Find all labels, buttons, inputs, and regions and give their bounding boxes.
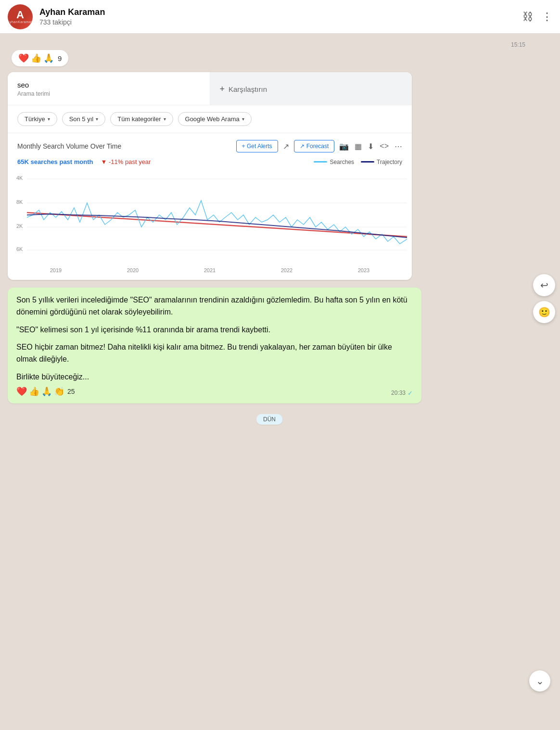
more-options-icon[interactable]: ⋮ — [542, 11, 552, 23]
trends-card: seo Arama terimi + Karşılaştırın Türkiye… — [8, 72, 412, 280]
emoji-float-icon: 🙂 — [538, 306, 550, 318]
legend-searches: Searches — [314, 159, 354, 165]
filter-period[interactable]: Son 5 yıl ▾ — [62, 112, 106, 126]
message-reactions[interactable]: ❤️ 👍 🙏 👏 25 — [16, 386, 75, 397]
trend-stat: ▼ -11% past year — [101, 158, 151, 165]
svg-text:2K: 2K — [16, 223, 23, 229]
chevron-down-icon-scroll: ⌄ — [536, 675, 544, 687]
day-divider: DÜN — [8, 414, 531, 425]
trajectory-legend-line — [361, 161, 374, 163]
svg-text:4K: 4K — [16, 175, 23, 181]
filter-search-type[interactable]: Google Web Arama ▾ — [178, 112, 252, 126]
chevron-down-icon-3: ▾ — [164, 116, 166, 122]
message-paragraph-3: SEO hiçbir zaman bitmez! Daha nitelikli … — [16, 341, 413, 365]
filter-country-label: Türkiye — [25, 115, 45, 123]
emoji-float-button[interactable]: 🙂 — [533, 301, 555, 323]
legend-trajectory: Trajectory — [361, 159, 402, 165]
read-checkmark: ✓ — [407, 390, 413, 397]
forecast-arrow-icon: ↗ — [300, 143, 305, 150]
day-label: DÜN — [256, 414, 282, 425]
chart-title: Monthly Search Volume Over Time — [17, 142, 231, 150]
chat-wrapper: 15:15 ❤️ 👍 🙏 9 seo Arama terimi + K — [0, 34, 560, 437]
avatar-sub: AyhanKaraman — [8, 20, 33, 24]
filter-category[interactable]: Tüm kategoriler ▾ — [110, 112, 173, 126]
filter-period-label: Son 5 yıl — [69, 115, 94, 123]
year-2020: 2020 — [127, 267, 139, 273]
scroll-down-button[interactable]: ⌄ — [529, 670, 550, 692]
camera-icon[interactable]: 📷 — [339, 142, 349, 151]
chart-stats: 65K searches past month ▼ -11% past year… — [8, 156, 412, 169]
header-icons: ⛓ ⋮ — [522, 11, 552, 23]
top-timestamp-row: 15:15 — [8, 41, 531, 48]
svg-text:8K: 8K — [16, 199, 23, 205]
get-alerts-label: + Get Alerts — [242, 143, 272, 150]
message-timestamp: 20:33 — [391, 390, 406, 396]
chart-legend: Searches Trajectory — [314, 159, 402, 165]
top-reaction-emoji-3: 🙏 — [43, 53, 54, 63]
top-reaction-emoji-1: ❤️ — [18, 53, 29, 63]
link-icon[interactable]: ⛓ — [522, 11, 533, 23]
top-reaction-bar[interactable]: ❤️ 👍 🙏 9 — [12, 50, 68, 66]
float-action-buttons: ↩ 🙂 — [533, 274, 555, 323]
chart-header: Monthly Search Volume Over Time + Get Al… — [8, 133, 412, 156]
svg-line-8 — [27, 213, 407, 237]
year-2021: 2021 — [204, 267, 216, 273]
filter-search-type-label: Google Web Arama — [185, 115, 240, 123]
avatar[interactable]: A AyhanKaraman — [8, 4, 33, 29]
trends-search-right[interactable]: + Karşılaştırın — [210, 72, 412, 105]
filter-country[interactable]: Türkiye ▾ — [17, 112, 57, 126]
search-term-label: Arama terimi — [17, 90, 200, 97]
chevron-down-icon-2: ▾ — [96, 116, 98, 122]
message-paragraph-4: Birlikte büyüteceğiz... — [16, 371, 413, 383]
message-time: 20:33 ✓ — [391, 390, 413, 397]
chart-svg: 4K 8K 2K 6K — [13, 169, 407, 265]
top-reaction-count: 9 — [58, 54, 62, 63]
code-icon[interactable]: <> — [380, 142, 389, 151]
message-footer: ❤️ 👍 🙏 👏 25 20:33 ✓ — [16, 386, 413, 397]
chevron-down-icon: ▾ — [48, 116, 50, 122]
reaction-emoji-2: 👍 — [29, 386, 39, 397]
share-float-icon: ↩ — [540, 279, 548, 291]
top-reaction-emoji-2: 👍 — [31, 53, 41, 63]
reaction-emoji-4: 👏 — [54, 386, 64, 397]
searches-legend-label: Searches — [330, 159, 354, 165]
table-icon[interactable]: ▦ — [355, 142, 362, 151]
text-message: Son 5 yıllık verileri incelediğimde "SEO… — [8, 288, 421, 403]
chart-container: 4K 8K 2K 6K — [8, 169, 412, 265]
message-paragraph-2: "SEO" kelimesi son 1 yıl içerisinde %11 … — [16, 324, 413, 336]
searches-stat: 65K searches past month — [17, 158, 93, 165]
chat-area: 15:15 ❤️ 👍 🙏 9 seo Arama terimi + K — [0, 34, 560, 437]
svg-text:6K: 6K — [16, 246, 23, 252]
year-2023: 2023 — [358, 267, 369, 273]
trends-filters: Türkiye ▾ Son 5 yıl ▾ Tüm kategoriler ▾ … — [8, 105, 412, 133]
share-float-button[interactable]: ↩ — [533, 274, 555, 296]
message-paragraph-1: Son 5 yıllık verileri incelediğimde "SEO… — [16, 294, 413, 318]
forecast-label: Forecast — [306, 143, 329, 150]
channel-name: Ayhan Karaman — [39, 7, 522, 17]
plus-icon: + — [220, 84, 225, 94]
trends-search-left: seo Arama terimi — [8, 72, 210, 105]
trends-message-bubble: seo Arama terimi + Karşılaştırın Türkiye… — [8, 72, 412, 280]
reaction-emoji-1: ❤️ — [16, 386, 27, 397]
chevron-down-icon-4: ▾ — [242, 116, 244, 122]
year-2022: 2022 — [281, 267, 293, 273]
get-alerts-button[interactable]: + Get Alerts — [236, 140, 278, 152]
download-icon[interactable]: ⬇ — [368, 142, 374, 151]
filter-category-label: Tüm kategoriler — [117, 115, 161, 123]
avatar-letter: A — [16, 10, 24, 20]
header-info: Ayhan Karaman 733 takipçi — [39, 7, 522, 26]
forecast-button[interactable]: ↗ Forecast — [294, 140, 335, 152]
header: A AyhanKaraman Ayhan Karaman 733 takipçi… — [0, 0, 560, 34]
reaction-emoji-3: 🙏 — [41, 386, 52, 397]
compare-label: Karşılaştırın — [229, 85, 267, 93]
chart-icon-buttons: 📷 ▦ ⬇ <> ⋯ — [339, 142, 402, 151]
chart-years: 2019 2020 2021 2022 2023 — [8, 265, 412, 280]
year-2019: 2019 — [50, 267, 62, 273]
search-term: seo — [17, 81, 200, 89]
top-timestamp: 15:15 — [511, 41, 525, 48]
message-reaction-count: 25 — [67, 388, 75, 395]
share-icon[interactable]: ⋯ — [395, 142, 402, 151]
external-link-icon[interactable]: ↗ — [283, 142, 289, 151]
trajectory-legend-label: Trajectory — [377, 159, 402, 165]
searches-legend-line — [314, 161, 327, 163]
